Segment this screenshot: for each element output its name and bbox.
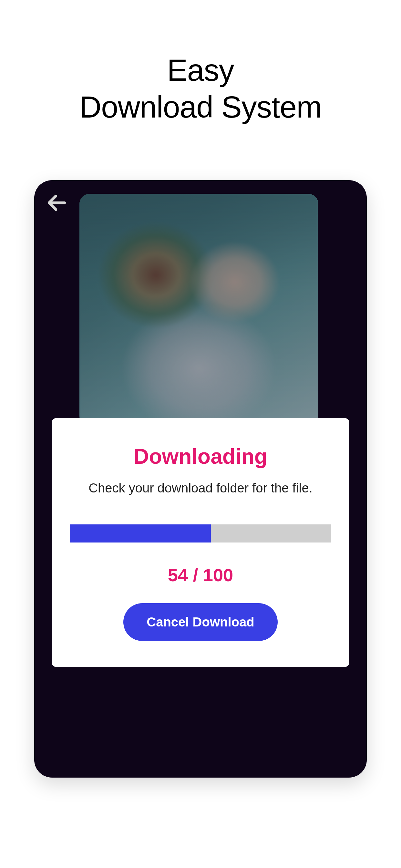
title-line-1: Easy [167, 53, 234, 87]
phone-frame: Downloading Check your download folder f… [34, 180, 367, 778]
progress-text: 54 / 100 [168, 564, 233, 585]
modal-subtitle: Check your download folder for the file. [89, 481, 312, 495]
modal-title: Downloading [134, 444, 267, 469]
download-modal: Downloading Check your download folder f… [52, 418, 349, 667]
title-line-2: Download System [80, 90, 322, 124]
arrow-left-icon [45, 191, 68, 214]
progress-current: 54 [168, 565, 188, 585]
progress-total: 100 [203, 565, 233, 585]
back-button[interactable] [44, 190, 70, 216]
page-title: Easy Download System [80, 52, 322, 125]
progress-bar-fill [70, 524, 211, 542]
image-preview [80, 194, 318, 426]
progress-bar [70, 524, 331, 542]
cancel-download-button[interactable]: Cancel Download [123, 603, 277, 641]
